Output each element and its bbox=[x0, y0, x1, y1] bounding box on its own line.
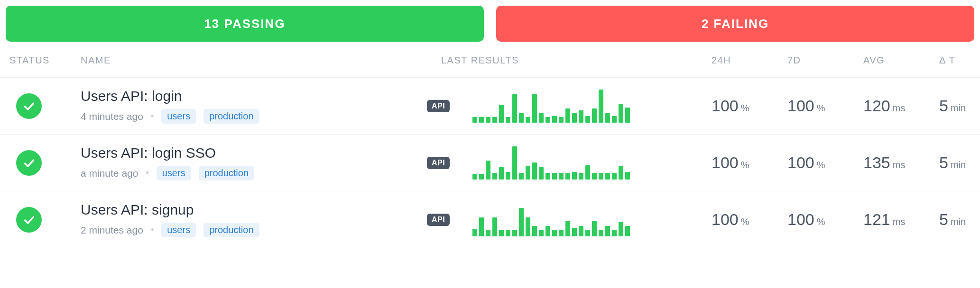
spark-bar bbox=[512, 230, 517, 236]
metric-avg-unit: ms bbox=[893, 216, 906, 227]
tag[interactable]: users bbox=[157, 166, 191, 180]
spark-bar bbox=[492, 173, 497, 180]
failing-summary-pill[interactable]: 2 FAILING bbox=[496, 6, 974, 42]
metric-7d-unit: % bbox=[817, 216, 825, 227]
metric-delta-t: 5min bbox=[939, 97, 980, 115]
spark-bar bbox=[599, 173, 603, 180]
spark-bar bbox=[472, 229, 477, 236]
spark-bar bbox=[519, 208, 524, 236]
spark-bar bbox=[526, 117, 530, 123]
spark-bar bbox=[512, 146, 517, 180]
tag[interactable]: production bbox=[203, 223, 259, 237]
spark-bar bbox=[479, 117, 484, 123]
passing-label: 13 PASSING bbox=[204, 17, 285, 31]
spark-bar bbox=[512, 94, 517, 123]
spark-bar bbox=[585, 230, 590, 236]
col-delta-t: Δ T bbox=[939, 55, 980, 66]
spark-bar bbox=[625, 226, 630, 236]
metric-24h-unit: % bbox=[741, 103, 749, 114]
spark-bar bbox=[499, 230, 504, 236]
spark-bar bbox=[472, 174, 477, 180]
spark-bar bbox=[572, 228, 577, 236]
metric-delta-t: 5min bbox=[939, 153, 980, 172]
col-7d: 7D bbox=[787, 55, 863, 66]
sparkline bbox=[472, 146, 630, 180]
failing-label: 2 FAILING bbox=[702, 17, 769, 31]
last-results-cell: API bbox=[422, 146, 712, 180]
last-results-cell: API bbox=[422, 203, 712, 236]
spark-bar bbox=[585, 116, 590, 123]
sparkline bbox=[472, 90, 630, 123]
metric-24h-value: 100 bbox=[712, 97, 739, 115]
table-row[interactable]: Users API: login SSOa minute ago•userspr… bbox=[0, 135, 980, 191]
status-passing-icon bbox=[16, 150, 42, 176]
spark-bar bbox=[552, 230, 557, 236]
metric-delta-t-value: 5 bbox=[939, 97, 948, 115]
spark-bar bbox=[579, 226, 583, 236]
spark-bar bbox=[599, 90, 603, 123]
spark-bar bbox=[552, 116, 557, 123]
metric-24h: 100% bbox=[712, 153, 787, 172]
tag[interactable]: users bbox=[161, 109, 196, 124]
spark-bar bbox=[486, 230, 490, 236]
passing-summary-pill[interactable]: 13 PASSING bbox=[6, 6, 484, 42]
spark-bar bbox=[559, 230, 564, 236]
metric-24h-value: 100 bbox=[712, 210, 739, 229]
spark-bar bbox=[579, 110, 583, 123]
spark-bar bbox=[506, 172, 510, 180]
spark-bar bbox=[492, 217, 497, 236]
spark-bar bbox=[612, 173, 617, 180]
spark-bar bbox=[486, 117, 490, 123]
metric-24h-unit: % bbox=[741, 216, 749, 227]
spark-bar bbox=[506, 117, 510, 123]
status-cell bbox=[0, 93, 81, 119]
spark-bar bbox=[612, 116, 617, 123]
spark-bar bbox=[619, 104, 623, 123]
metric-avg: 121ms bbox=[863, 210, 939, 229]
metric-delta-t-unit: min bbox=[951, 103, 966, 114]
status-passing-icon bbox=[16, 93, 42, 119]
table-header: STATUS NAME LAST RESULTS 24H 7D AVG Δ T bbox=[0, 46, 980, 78]
metric-24h: 100% bbox=[712, 210, 787, 229]
spark-bar bbox=[526, 166, 530, 180]
spark-bar bbox=[479, 174, 484, 180]
metric-7d-unit: % bbox=[817, 160, 825, 171]
status-cell bbox=[0, 150, 81, 176]
metric-delta-t: 5min bbox=[939, 210, 980, 229]
spark-bar bbox=[565, 221, 570, 236]
table-row[interactable]: Users API: login4 minutes ago•usersprodu… bbox=[0, 78, 980, 135]
spark-bar bbox=[565, 173, 570, 180]
spark-bar bbox=[506, 230, 510, 236]
name-cell: Users API: login SSOa minute ago•userspr… bbox=[81, 145, 422, 180]
spark-bar bbox=[559, 117, 564, 123]
spark-bar bbox=[599, 230, 603, 236]
checks-table: STATUS NAME LAST RESULTS 24H 7D AVG Δ T … bbox=[0, 46, 980, 248]
separator-dot: • bbox=[146, 168, 148, 178]
metric-avg: 135ms bbox=[863, 153, 939, 172]
table-row[interactable]: Users API: signup2 minutes ago•usersprod… bbox=[0, 191, 980, 248]
metric-avg-value: 121 bbox=[863, 210, 890, 229]
spark-bar bbox=[619, 222, 623, 236]
tag[interactable]: production bbox=[203, 109, 259, 124]
spark-bar bbox=[486, 161, 490, 180]
spark-bar bbox=[472, 117, 477, 123]
spark-bar bbox=[519, 173, 524, 180]
col-avg: AVG bbox=[863, 55, 939, 66]
meta-line: a minute ago•usersproduction bbox=[81, 166, 422, 180]
metric-7d: 100% bbox=[787, 153, 863, 172]
spark-bar bbox=[625, 172, 630, 180]
api-chip: API bbox=[427, 214, 450, 226]
meta-line: 4 minutes ago•usersproduction bbox=[81, 109, 422, 124]
metric-avg-unit: ms bbox=[893, 160, 906, 171]
api-chip: API bbox=[427, 157, 450, 169]
tag[interactable]: users bbox=[161, 223, 196, 237]
last-results-cell: API bbox=[422, 90, 712, 123]
timestamp: 2 minutes ago bbox=[81, 225, 143, 236]
meta-line: 2 minutes ago•usersproduction bbox=[81, 223, 422, 237]
col-last-results: LAST RESULTS bbox=[422, 55, 712, 66]
tag[interactable]: production bbox=[199, 166, 254, 180]
metric-delta-t-value: 5 bbox=[939, 210, 948, 229]
metric-7d-unit: % bbox=[817, 103, 825, 114]
timestamp: a minute ago bbox=[81, 168, 138, 179]
separator-dot: • bbox=[151, 225, 154, 235]
